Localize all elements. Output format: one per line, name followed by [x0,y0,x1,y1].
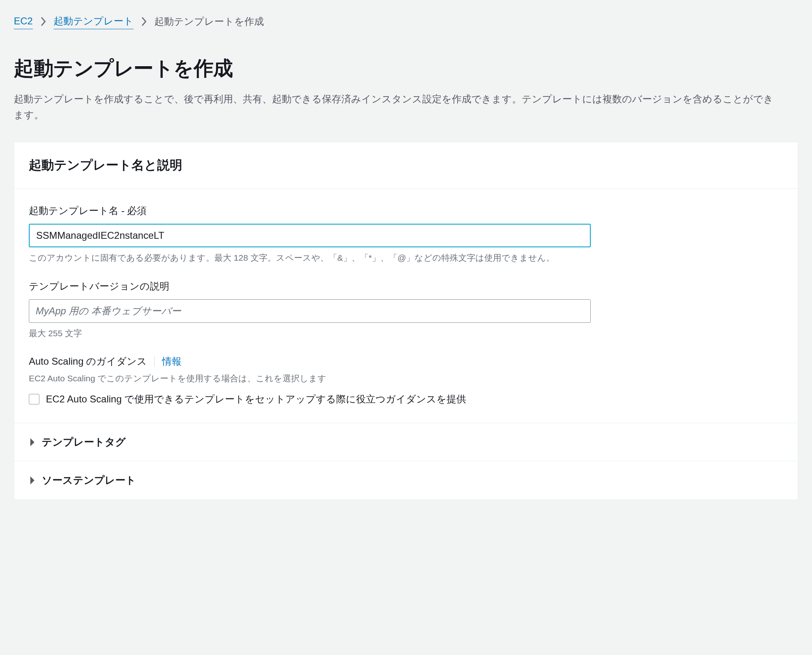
chevron-right-icon [40,16,46,27]
version-desc-input[interactable] [29,299,591,323]
form-group-template-name: 起動テンプレート名 - 必須 このアカウントに固有である必要があります。最大 1… [29,203,783,264]
autoscaling-checkbox[interactable] [29,394,39,404]
caret-right-icon [29,475,35,486]
hint-version-desc: 最大 255 文字 [29,327,783,340]
expander-source-template[interactable]: ソーステンプレート [14,461,798,499]
desc-autoscaling: EC2 Auto Scaling でこのテンプレートを使用する場合は、これを選択… [29,372,783,385]
expander-template-tags[interactable]: テンプレートタグ [14,423,798,461]
info-link-autoscaling[interactable]: 情報 [162,354,181,369]
hint-template-name: このアカウントに固有である必要があります。最大 128 文字。スペースや、「&」… [29,251,783,264]
breadcrumb-link-ec2[interactable]: EC2 [14,14,33,29]
page-description: 起動テンプレートを作成することで、後で再利用、共有、起動できる保存済みインスタン… [14,91,777,123]
label-template-name: 起動テンプレート名 - 必須 [29,203,783,218]
breadcrumb: EC2 起動テンプレート 起動テンプレートを作成 [14,14,798,29]
caret-right-icon [29,437,35,447]
expander-label-tags: テンプレートタグ [42,435,126,450]
expander-label-source: ソーステンプレート [42,473,136,488]
divider [154,356,155,367]
label-autoscaling: Auto Scaling のガイダンス [29,354,147,369]
panel-name-and-desc: 起動テンプレート名と説明 起動テンプレート名 - 必須 このアカウントに固有であ… [14,142,798,500]
panel-header: 起動テンプレート名と説明 [14,142,798,189]
panel-heading: 起動テンプレート名と説明 [29,156,783,175]
breadcrumb-current: 起動テンプレートを作成 [154,14,264,29]
autoscaling-checkbox-label[interactable]: EC2 Auto Scaling で使用できるテンプレートをセットアップする際に… [46,391,466,406]
form-group-version-desc: テンプレートバージョンの説明 最大 255 文字 [29,279,783,340]
form-group-autoscaling: Auto Scaling のガイダンス 情報 EC2 Auto Scaling … [29,354,783,406]
page-title: 起動テンプレートを作成 [14,54,798,84]
label-version-desc: テンプレートバージョンの説明 [29,279,783,294]
chevron-right-icon [141,16,147,27]
breadcrumb-link-launch-templates[interactable]: 起動テンプレート [54,14,134,29]
template-name-input[interactable] [29,224,591,247]
